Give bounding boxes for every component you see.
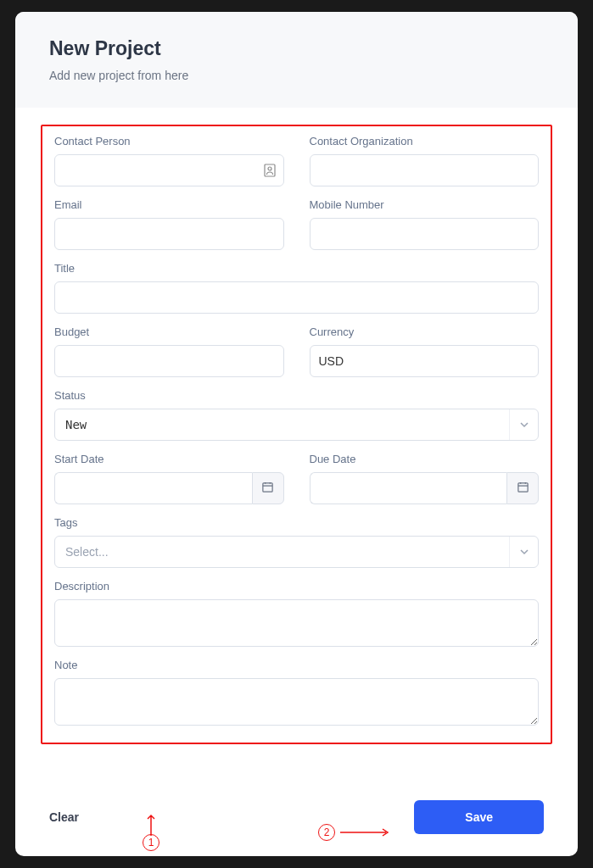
label-description: Description [54,580,539,593]
field-tags: Tags Select... [54,516,539,568]
contact-card-icon [264,164,276,177]
label-contact-person: Contact Person [54,135,284,147]
modal-subtitle: Add new project from here [49,69,544,82]
save-button[interactable]: Save [414,800,544,834]
field-description: Description [54,580,539,647]
label-email: Email [54,198,284,211]
field-mobile-number: Mobile Number [310,198,540,250]
form-highlight-box: Contact Person Contact Organiz [41,125,552,744]
input-contact-organization[interactable] [310,154,540,186]
start-date-picker-button[interactable] [252,472,284,504]
label-currency: Currency [310,326,540,338]
field-start-date: Start Date [54,453,284,504]
field-budget: Budget [54,326,284,377]
field-contact-person: Contact Person [54,135,284,186]
field-currency: Currency [310,326,540,377]
calendar-icon [261,481,274,497]
input-mobile-number[interactable] [310,218,540,250]
field-title: Title [54,262,539,314]
field-contact-organization: Contact Organization [310,135,540,186]
label-mobile-number: Mobile Number [310,198,540,211]
chevron-down-icon [509,537,538,567]
label-start-date: Start Date [54,453,284,465]
label-status: Status [54,389,539,402]
modal-footer: Clear Save 1 2 [15,788,578,856]
modal-body: Contact Person Contact Organiz [15,108,578,788]
textarea-note[interactable] [54,678,539,726]
textarea-description[interactable] [54,599,539,647]
svg-point-1 [268,167,271,170]
due-date-picker-button[interactable] [506,472,539,504]
new-project-modal: New Project Add new project from here Co… [15,12,578,856]
label-due-date: Due Date [310,453,540,465]
select-status-value: New [55,409,509,440]
input-email[interactable] [54,218,284,250]
annotation-marker-2: 2 [318,824,391,841]
input-contact-person[interactable] [54,154,284,186]
select-status[interactable]: New [54,409,539,441]
field-due-date: Due Date [310,453,540,504]
calendar-icon [517,481,529,497]
input-currency[interactable] [310,345,540,377]
clear-button[interactable]: Clear [49,810,79,824]
svg-rect-2 [263,482,272,491]
label-tags: Tags [54,516,539,529]
chevron-down-icon [509,409,538,440]
select-tags-placeholder: Select... [55,537,509,567]
input-budget[interactable] [54,345,284,377]
svg-rect-3 [517,482,527,491]
field-note: Note [54,659,539,726]
input-start-date[interactable] [54,472,252,504]
annotation-marker-1: 1 [143,834,159,851]
modal-header: New Project Add new project from here [15,12,578,108]
field-status: Status New [54,389,539,441]
label-budget: Budget [54,326,284,338]
input-title[interactable] [54,281,539,314]
modal-title: New Project [49,37,544,60]
label-note: Note [54,659,539,671]
label-title: Title [54,262,539,275]
field-email: Email [54,198,284,250]
label-contact-organization: Contact Organization [310,135,540,147]
select-tags[interactable]: Select... [54,536,539,568]
input-due-date[interactable] [310,472,507,504]
